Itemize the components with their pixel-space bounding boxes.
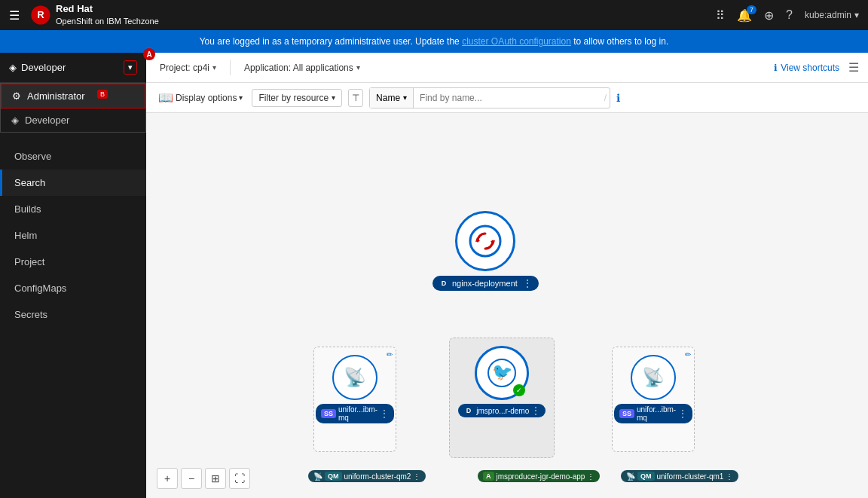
sidebar: ◈ Developer ▾ A ⚙ Administrator B ◈ Deve… xyxy=(0,53,146,498)
find-by-name-input[interactable] xyxy=(414,88,601,108)
bell-icon[interactable]: 🔔 7 xyxy=(737,8,752,23)
user-menu[interactable]: kube:admin ▾ xyxy=(805,10,859,20)
sidebar-dropdown-button[interactable]: ▾ xyxy=(124,60,137,75)
sidebar-item-observe[interactable]: Observe xyxy=(0,143,146,170)
zoom-in-button[interactable]: + xyxy=(157,468,178,489)
plus-circle-icon[interactable]: ⊕ xyxy=(764,8,774,23)
right-sub-box: ✏ 📡 SS unifor...ibm-mq ⋮ xyxy=(612,347,695,452)
right-node-label: SS unifor...ibm-mq ⋮ xyxy=(614,404,692,423)
filter-icon-button[interactable]: ⊤ xyxy=(348,89,363,107)
dropdown-item-developer[interactable]: ◈ Developer xyxy=(1,108,145,132)
toolbar: Project: cp4i ▾ Application: All applica… xyxy=(146,53,868,83)
help-icon[interactable]: ? xyxy=(786,8,793,22)
sync-icon xyxy=(466,222,504,260)
topology-canvas: D nginx-deployment ⋮ ✏ 📡 SS unifor...ibm… xyxy=(146,113,868,498)
zoom-controls: + − ⊞ ⛶ xyxy=(157,468,250,489)
fit-to-screen-button[interactable]: ⊞ xyxy=(205,468,226,489)
wifi-icon-right: 📡 xyxy=(642,367,665,388)
developer-icon: ◈ xyxy=(11,115,19,126)
app-label-qm1[interactable]: 📡 QM uniform-cluster-qm1 ⋮ xyxy=(621,470,738,482)
application-selector[interactable]: Application: All applications ▾ xyxy=(240,60,365,76)
project-selector[interactable]: Project: cp4i ▾ xyxy=(155,60,221,76)
search-type-chevron-icon: ▾ xyxy=(403,93,407,102)
nginx-d-badge: D xyxy=(439,278,449,289)
info-circle-icon: ℹ xyxy=(774,63,778,73)
svg-text:R: R xyxy=(37,10,44,20)
filter-chevron-icon: ▾ xyxy=(332,93,335,102)
qm1-menu[interactable]: ⋮ xyxy=(726,472,733,481)
edit-icon-left[interactable]: ✏ xyxy=(387,350,393,359)
app-label-jms[interactable]: A jmsproducer-jgr-demo-app ⋮ xyxy=(478,470,600,482)
nginx-deployment-node[interactable]: D nginx-deployment ⋮ xyxy=(432,211,539,291)
content-area: Project: cp4i ▾ Application: All applica… xyxy=(146,53,868,498)
wifi-icon-left: 📡 xyxy=(344,367,366,388)
center-node-menu[interactable]: ⋮ xyxy=(531,405,540,416)
nginx-label: D nginx-deployment ⋮ xyxy=(432,276,539,291)
sidebar-item-configmaps[interactable]: ConfigMaps xyxy=(0,275,146,301)
svg-text:🐦: 🐦 xyxy=(492,362,513,382)
nginx-icon-circle xyxy=(455,211,515,271)
search-slash: / xyxy=(601,93,610,103)
search-type-selector[interactable]: Name ▾ xyxy=(370,88,414,108)
b-badge: B xyxy=(97,90,108,99)
a-badge: A xyxy=(143,48,155,60)
qm2-menu[interactable]: ⋮ xyxy=(413,472,420,481)
oauth-config-link[interactable]: cluster OAuth configuration xyxy=(462,36,571,47)
display-options-button[interactable]: 📖 Display options ▾ xyxy=(155,90,246,105)
edit-icon-right[interactable]: ✏ xyxy=(685,350,691,359)
list-view-icon[interactable]: ☰ xyxy=(848,60,859,75)
view-shortcuts-button[interactable]: ℹ View shortcuts xyxy=(774,63,839,73)
nginx-context-menu[interactable]: ⋮ xyxy=(522,277,533,289)
jms-bird-icon: 🐦 xyxy=(487,358,517,388)
filter-info-icon[interactable]: ℹ xyxy=(616,92,620,104)
topbar-icons: ⠿ 🔔 7 ⊕ ? kube:admin ▾ xyxy=(716,8,859,23)
sidebar-nav: Observe Search Builds Helm Project Confi… xyxy=(0,143,146,328)
fullscreen-button[interactable]: ⛶ xyxy=(229,468,250,489)
search-bar: Name ▾ / xyxy=(369,87,610,108)
sidebar-header: ◈ Developer ▾ A xyxy=(0,53,146,83)
notification-badge: 7 xyxy=(747,5,756,14)
right-node-icon: 📡 xyxy=(631,355,676,400)
left-sub-box: ✏ 📡 SS unifor...ibm-mq ⋮ xyxy=(313,347,396,452)
wifi-mini-icon-left: 📡 xyxy=(313,472,322,481)
project-chevron-icon: ▾ xyxy=(212,63,216,72)
svg-point-2 xyxy=(470,226,500,256)
app-label-qm2[interactable]: 📡 QM uniform-cluster-qm2 ⋮ xyxy=(308,470,426,482)
sidebar-item-project[interactable]: Project xyxy=(0,249,146,275)
sidebar-item-builds[interactable]: Builds xyxy=(0,196,146,222)
topbar: ☰ R Red Hat OpenShift on IBM Techzone ⠿ … xyxy=(0,0,868,30)
administrator-icon: ⚙ xyxy=(12,90,21,102)
application-chevron-icon: ▾ xyxy=(356,63,360,72)
left-node-menu[interactable]: ⋮ xyxy=(380,408,389,419)
logo-text: Red Hat OpenShift on IBM Techzone xyxy=(56,3,159,26)
book-icon: 📖 xyxy=(158,90,173,105)
sidebar-item-search[interactable]: Search xyxy=(0,170,146,196)
center-node-icon: 🐦 ✓ xyxy=(475,346,529,400)
filter-bar: 📖 Display options ▾ Filter by resource ▾… xyxy=(146,83,868,113)
redhat-logo-icon: R xyxy=(30,5,51,26)
dropdown-item-administrator[interactable]: ⚙ Administrator B xyxy=(1,84,145,108)
center-check-badge: ✓ xyxy=(513,384,525,396)
wifi-mini-icon-right: 📡 xyxy=(626,472,635,481)
notification-bar: You are logged in as a temporary adminis… xyxy=(0,30,868,53)
display-options-chevron-icon: ▾ xyxy=(239,93,243,102)
main-layout: ◈ Developer ▾ A ⚙ Administrator B ◈ Deve… xyxy=(0,53,868,498)
zoom-out-button[interactable]: − xyxy=(181,468,202,489)
sidebar-item-helm[interactable]: Helm xyxy=(0,222,146,249)
left-node-label: SS unifor...ibm-mq ⋮ xyxy=(316,404,394,423)
grid-icon[interactable]: ⠿ xyxy=(716,8,725,23)
right-node-menu[interactable]: ⋮ xyxy=(678,408,687,419)
code-icon: ◈ xyxy=(9,62,17,73)
center-sub-box: 🐦 ✓ D jmspro...r-demo ⋮ xyxy=(449,338,555,458)
funnel-icon: ⊤ xyxy=(352,93,359,103)
sidebar-item-secrets[interactable]: Secrets xyxy=(0,301,146,328)
left-node-icon: 📡 xyxy=(332,355,377,400)
sidebar-dropdown-menu: ⚙ Administrator B ◈ Developer xyxy=(0,83,146,133)
filter-by-resource-button[interactable]: Filter by resource ▾ xyxy=(252,89,342,107)
center-node-label: D jmspro...r-demo ⋮ xyxy=(458,404,546,417)
hamburger-menu-icon[interactable]: ☰ xyxy=(9,8,20,23)
logo: R Red Hat OpenShift on IBM Techzone xyxy=(30,3,159,26)
toolbar-divider xyxy=(230,60,231,75)
jms-menu[interactable]: ⋮ xyxy=(587,472,594,481)
sidebar-view-label: ◈ Developer xyxy=(9,62,124,73)
